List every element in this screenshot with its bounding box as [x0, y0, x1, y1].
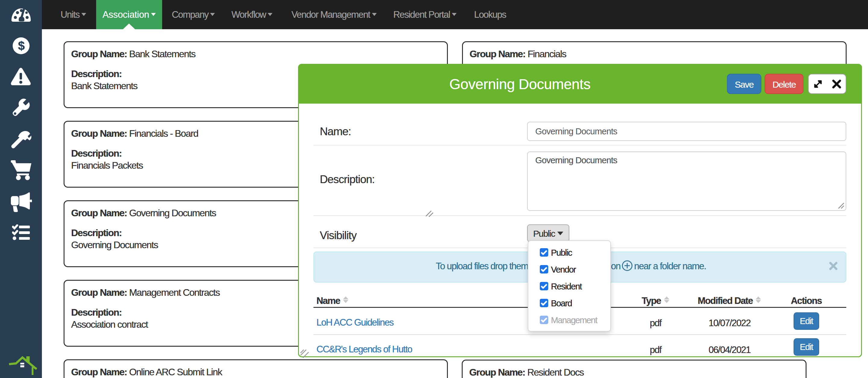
svg-text:$: $ [18, 39, 25, 53]
